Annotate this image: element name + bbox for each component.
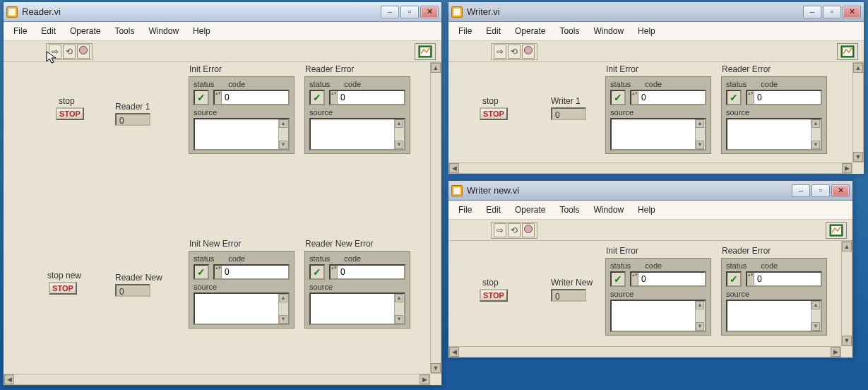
source-text[interactable]: ▲▼ [610,118,706,150]
close-button[interactable]: ✕ [831,184,850,197]
minimize-button[interactable]: – [381,6,399,18]
menu-tools[interactable]: Tools [110,25,138,37]
stop-label: stop [482,278,499,288]
code-input[interactable]: ▴▾0 [329,90,405,105]
stop-button[interactable]: STOP [480,289,508,302]
menu-operate[interactable]: Operate [66,25,105,37]
code-input[interactable]: ▴▾0 [630,271,706,287]
menu-window[interactable]: Window [589,203,628,216]
maximize-button[interactable]: ▫ [823,6,841,18]
vi-icon[interactable] [826,222,847,239]
status-label: status [726,261,747,270]
menu-operate[interactable]: Operate [511,203,549,216]
source-text[interactable]: ▲▼ [309,292,405,325]
maximize-button[interactable]: ▫ [811,184,830,197]
v-scrollbar[interactable]: ▲▼ [852,62,864,162]
code-input[interactable]: ▴▾0 [746,271,822,287]
v-scrollbar[interactable]: ▲▼ [430,62,441,374]
status-led[interactable]: ✓ [194,264,209,280]
toolbar: ⇨ ⟲ [448,220,852,241]
menu-edit[interactable]: Edit [37,25,60,37]
code-input[interactable]: ▴▾0 [746,90,822,105]
code-input[interactable]: ▴▾0 [213,90,290,105]
menu-tools[interactable]: Tools [555,25,583,37]
window-title: Writer.vi [467,6,802,17]
menubar: File Edit Operate Tools Window Help [4,22,441,41]
close-button[interactable]: ✕ [843,6,861,18]
run-button[interactable]: ⇨ [494,45,506,59]
h-scrollbar[interactable]: ◀▶ [448,162,852,174]
menu-file[interactable]: File [454,203,476,216]
titlebar-writer[interactable]: Writer.vi – ▫ ✕ [448,2,864,22]
run-button[interactable]: ⇨ [494,223,506,237]
readernew-indicator: 0 [115,284,150,297]
minimize-button[interactable]: – [792,184,810,197]
code-label: code [228,80,245,88]
menu-help[interactable]: Help [634,25,660,37]
menubar: File Edit Operate Tools Window Help [448,201,852,220]
vi-icon[interactable] [415,43,436,60]
run-button[interactable]: ⇨ [49,45,61,59]
source-text[interactable]: ▲▼ [194,118,290,150]
reader-new-error-cluster: Reader New Error statuscode ✓ ▴▾0 source… [304,251,410,329]
abort-button[interactable] [522,45,535,59]
stop-new-label: stop new [47,271,81,280]
status-led[interactable]: ✓ [610,271,626,287]
status-led[interactable]: ✓ [726,90,742,105]
writernew-label: Writer New [551,278,593,288]
maximize-button[interactable]: ▫ [400,6,419,18]
menu-edit[interactable]: Edit [482,203,505,216]
status-led[interactable]: ✓ [309,264,325,280]
labview-app-icon [451,185,463,196]
abort-button[interactable] [522,223,535,237]
menu-window[interactable]: Window [144,25,183,37]
code-label: code [645,80,662,88]
init-error-title: Init Error [189,64,222,74]
window-title: Writer new.vi [467,185,790,196]
source-label: source [606,108,711,117]
source-text[interactable]: ▲▼ [194,292,290,325]
menu-file[interactable]: File [9,25,31,37]
titlebar-writernew[interactable]: Writer new.vi – ▫ ✕ [448,181,852,201]
vi-icon[interactable] [837,43,858,60]
status-led[interactable]: ✓ [726,271,742,287]
menu-window[interactable]: Window [589,25,628,37]
menu-edit[interactable]: Edit [482,25,505,37]
stop-button[interactable]: STOP [56,107,84,120]
status-led[interactable]: ✓ [610,90,626,105]
menu-operate[interactable]: Operate [511,25,549,37]
menu-file[interactable]: File [454,25,476,37]
status-led[interactable]: ✓ [194,90,209,105]
code-input[interactable]: ▴▾0 [630,90,706,105]
h-scrollbar[interactable]: ◀▶ [448,346,841,358]
menu-help[interactable]: Help [634,203,660,216]
menu-tools[interactable]: Tools [555,203,583,216]
reader-error-title: Reader Error [722,64,771,74]
titlebar-reader[interactable]: Reader.vi – ▫ ✕ [4,2,441,22]
menubar: File Edit Operate Tools Window Help [448,22,864,41]
source-label: source [189,108,294,117]
stop-button[interactable]: STOP [480,107,508,120]
readernew-label: Reader New [115,273,162,283]
v-scrollbar[interactable]: ▲▼ [841,241,852,346]
init-error-cluster: Init Error statuscode ✓ ▴▾0 source ▲▼ [189,76,295,154]
code-input[interactable]: ▴▾0 [213,264,290,280]
close-button[interactable]: ✕ [420,6,439,18]
minimize-button[interactable]: – [803,6,821,18]
source-text[interactable]: ▲▼ [610,300,706,332]
menu-help[interactable]: Help [189,25,215,37]
source-text[interactable]: ▲▼ [726,300,822,332]
code-input[interactable]: ▴▾0 [329,264,405,280]
run-cont-button[interactable]: ⟲ [508,45,521,59]
labview-app-icon [6,6,18,18]
source-label: source [189,283,294,291]
h-scrollbar[interactable]: ◀▶ [4,374,430,385]
run-cont-button[interactable]: ⟲ [63,45,76,59]
run-cont-button[interactable]: ⟲ [508,223,521,237]
abort-button[interactable] [77,45,90,59]
source-text[interactable]: ▲▼ [309,118,405,150]
status-led[interactable]: ✓ [309,90,325,105]
source-text[interactable]: ▲▼ [726,118,822,150]
status-label: status [610,80,631,88]
stop-new-button[interactable]: STOP [49,282,77,295]
